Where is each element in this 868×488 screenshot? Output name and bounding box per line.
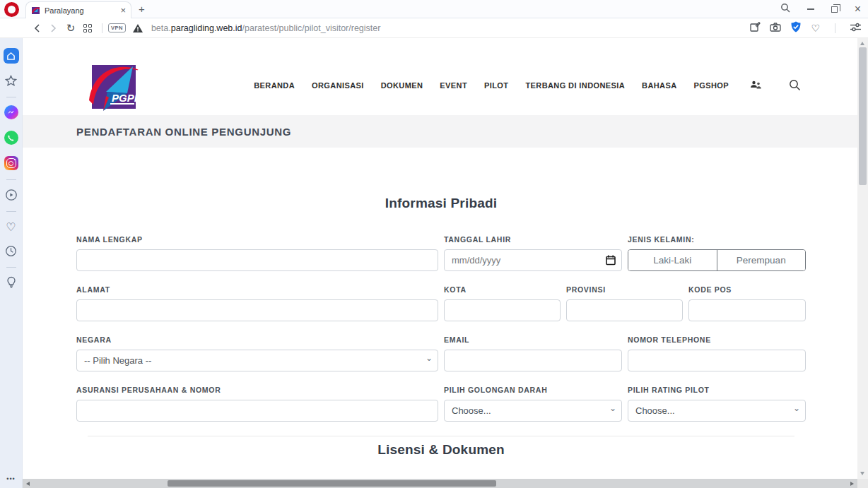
restore-button[interactable] — [831, 6, 838, 13]
scroll-right-arrow-icon[interactable] — [850, 482, 854, 486]
golongan-darah-select-value: Choose... — [452, 405, 491, 416]
nav-bahasa[interactable]: BAHASA — [642, 81, 676, 90]
tab-tiling-icon[interactable] — [79, 20, 96, 37]
kode-pos-input[interactable] — [688, 299, 806, 321]
sidebar-divider — [6, 97, 16, 97]
main-nav: BERANDA ORGANISASI DOKUMEN EVENT PILOT T… — [254, 55, 801, 115]
tab-close-icon[interactable]: × — [120, 6, 126, 15]
chrome-search-icon[interactable] — [780, 3, 790, 16]
instagram-icon[interactable] — [4, 155, 19, 171]
address-toolbar: ↻ VPN beta.paragliding.web.id/paratest/p… — [0, 18, 868, 38]
sidebar-divider — [6, 179, 16, 180]
rating-pilot-select-value: Choose... — [635, 405, 675, 416]
new-tab-button[interactable]: + — [139, 3, 145, 15]
pgpi-logo[interactable]: PGPI — [85, 55, 141, 114]
scrollbar-corner — [857, 479, 868, 488]
alamat-input[interactable] — [76, 299, 438, 321]
camera-capture-icon[interactable] — [770, 22, 781, 35]
jenis-kelamin-label: JENIS KELAMIN: — [628, 235, 806, 244]
nama-lengkap-label: NAMA LENGKAP — [76, 235, 438, 244]
nav-pilot[interactable]: PILOT — [484, 81, 508, 90]
member-login-users-icon[interactable] — [750, 81, 762, 90]
sidebar-divider — [6, 267, 16, 268]
golongan-darah-select[interactable]: Choose... ⌄ — [444, 400, 622, 422]
horizontal-scrollbar-thumb[interactable] — [168, 480, 496, 487]
golongan-darah-label: PILIH GOLONGAN DARAH — [444, 386, 622, 394]
chevron-down-icon: ⌄ — [793, 403, 800, 413]
nav-event[interactable]: EVENT — [440, 81, 467, 90]
url-field[interactable]: beta.paragliding.web.id/paratest/public/… — [151, 23, 751, 33]
bookmark-heart-icon[interactable]: ♡ — [811, 23, 820, 33]
section-title-lisensi-dokumen: Lisensi & Dokumen — [76, 442, 806, 458]
speed-dial-star-icon[interactable] — [4, 73, 19, 88]
email-label: EMAIL — [444, 335, 622, 344]
site-security-warning-icon[interactable] — [133, 24, 143, 32]
snapshot-edit-icon[interactable] — [750, 21, 761, 35]
horizontal-scrollbar[interactable] — [23, 479, 857, 488]
nav-terbang-di-indonesia[interactable]: TERBANG DI INDONESIA — [525, 81, 625, 90]
nav-beranda[interactable]: BERANDA — [254, 81, 295, 90]
vertical-scrollbar-thumb[interactable] — [859, 47, 867, 185]
nomor-telephone-input[interactable] — [628, 350, 806, 371]
scroll-left-arrow-icon[interactable] — [26, 482, 30, 486]
player-icon[interactable] — [4, 187, 19, 203]
url-path: /paratest/public/pilot_visitor/register — [242, 23, 381, 33]
site-search-icon[interactable] — [789, 79, 801, 91]
kota-input[interactable] — [444, 299, 561, 321]
negara-select[interactable]: -- Pilih Negara -- ⌄ — [76, 350, 438, 371]
tanggal-lahir-label: TANGGAL LAHIR — [444, 235, 622, 244]
bookmarks-heart-icon[interactable]: ♡ — [4, 219, 19, 234]
whatsapp-icon[interactable] — [4, 130, 19, 145]
nav-organisasi[interactable]: ORGANISASI — [312, 81, 364, 90]
rating-pilot-select[interactable]: Choose... ⌄ — [628, 400, 806, 422]
page-title-band: PENDAFTARAN ONLINE PENGUNJUNG — [23, 115, 857, 148]
tab-title: Paralayang — [45, 6, 116, 15]
email-input[interactable] — [444, 350, 622, 371]
page-title: PENDAFTARAN ONLINE PENGUNJUNG — [76, 126, 291, 138]
gender-perempuan-button[interactable]: Perempuan — [717, 250, 806, 270]
history-clock-icon[interactable] — [4, 243, 19, 258]
tab-bar: Paralayang × + × — [0, 0, 868, 18]
negara-label: NEGARA — [76, 335, 438, 344]
nama-lengkap-input[interactable] — [76, 249, 438, 271]
section-title-informasi-pribadi: Informasi Pribadi — [76, 196, 806, 211]
minimize-button[interactable] — [807, 8, 814, 10]
close-window-button[interactable]: × — [855, 4, 861, 15]
site-header: PGPI BERANDA ORGANISASI DOKUMEN EVENT PI… — [23, 38, 857, 115]
sidebar-more-icon[interactable]: ••• — [6, 475, 15, 482]
scroll-down-arrow-icon[interactable] — [860, 472, 864, 475]
forward-button[interactable] — [45, 20, 62, 37]
nav-dokumen[interactable]: DOKUMEN — [381, 81, 423, 90]
gender-laki-laki-button[interactable]: Laki-Laki — [628, 250, 717, 270]
registration-form: Informasi Pribadi NAMA LENGKAP TANGGAL L… — [23, 148, 857, 458]
alamat-label: ALAMAT — [76, 285, 438, 294]
browser-tab[interactable]: Paralayang × — [25, 1, 131, 18]
asuransi-label: ASURANSI PERUSAHAAN & NOMOR — [76, 386, 438, 394]
nav-pgshop[interactable]: PGSHOP — [694, 81, 729, 90]
svg-text:PGPI: PGPI — [112, 92, 138, 104]
toolbar-separator — [102, 23, 102, 33]
vertical-scrollbar[interactable] — [857, 38, 868, 479]
messenger-icon[interactable] — [4, 105, 19, 120]
chevron-down-icon: ⌄ — [426, 353, 433, 363]
asuransi-input[interactable] — [76, 400, 438, 422]
provinsi-label: PROVINSI — [566, 285, 683, 294]
rating-pilot-label: PILIH RATING PILOT — [628, 386, 806, 394]
negara-select-value: -- Pilih Negara -- — [84, 355, 151, 366]
tanggal-lahir-date-input[interactable] — [444, 249, 622, 271]
sidebar-divider — [6, 211, 16, 212]
workspace-home-icon[interactable] — [4, 48, 19, 64]
shield-check-icon[interactable] — [790, 21, 802, 35]
provinsi-input[interactable] — [566, 299, 683, 321]
toolbar-separator — [835, 23, 835, 33]
opera-logo-icon[interactable] — [4, 2, 19, 17]
scroll-up-arrow-icon[interactable] — [860, 42, 864, 45]
calendar-icon[interactable] — [606, 255, 616, 268]
back-button[interactable] — [28, 20, 45, 37]
easy-setup-sliders-icon[interactable] — [850, 22, 861, 35]
vpn-badge[interactable]: VPN — [108, 23, 126, 32]
url-prefix: beta. — [151, 23, 171, 33]
reload-button[interactable]: ↻ — [62, 20, 79, 37]
nomor-telephone-label: NOMOR TELEPHONE — [628, 335, 806, 344]
pinboard-bulb-icon[interactable] — [4, 275, 19, 290]
